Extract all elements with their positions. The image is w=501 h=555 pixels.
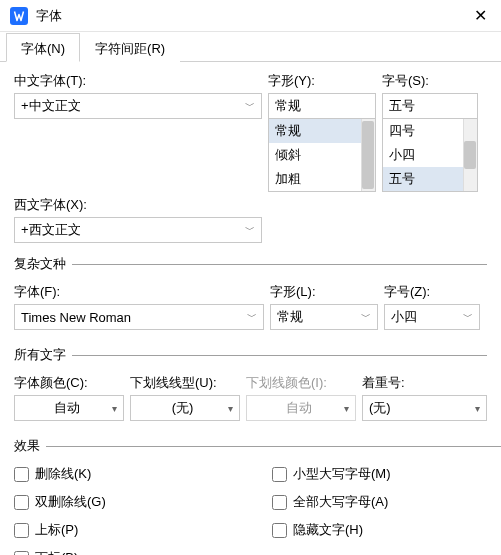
underline-label: 下划线线型(U): (130, 374, 240, 392)
west-font-value: +西文正文 (21, 221, 81, 239)
all-caps-checkbox[interactable]: 全部大写字母(A) (272, 493, 501, 511)
size-input[interactable] (382, 93, 478, 119)
chevron-down-icon: ﹀ (463, 310, 473, 324)
complex-size-dropdown[interactable]: 小四 ﹀ (384, 304, 480, 330)
titlebar: 字体 ✕ (0, 0, 501, 32)
style-label: 字形(Y): (268, 72, 376, 90)
chevron-down-icon: ﹀ (245, 223, 255, 237)
font-color-dropdown[interactable]: 自动 ▾ (14, 395, 124, 421)
underline-color-dropdown: 自动 ▾ (246, 395, 356, 421)
subscript-checkbox[interactable]: 下标(B) (14, 549, 272, 555)
strike-checkbox[interactable]: 删除线(K) (14, 465, 272, 483)
scrollbar[interactable] (361, 119, 375, 191)
checkbox-label: 隐藏文字(H) (293, 521, 363, 539)
effects-group: 效果 删除线(K) 双删除线(G) 上标(P) 下标(B) 小型大写字母(M) … (14, 437, 501, 555)
list-item[interactable]: 倾斜 (269, 143, 375, 167)
complex-style-label: 字形(L): (270, 283, 378, 301)
checkbox-input[interactable] (14, 467, 29, 482)
tab-font[interactable]: 字体(N) (6, 33, 80, 62)
all-text-legend: 所有文字 (14, 346, 72, 364)
complex-size-label: 字号(Z): (384, 283, 480, 301)
superscript-checkbox[interactable]: 上标(P) (14, 521, 272, 539)
emphasis-value: (无) (369, 399, 391, 417)
checkbox-input[interactable] (272, 467, 287, 482)
complex-style-dropdown[interactable]: 常规 ﹀ (270, 304, 378, 330)
window-title: 字体 (36, 7, 470, 25)
checkbox-input[interactable] (14, 523, 29, 538)
all-text-group: 所有文字 字体颜色(C): 自动 ▾ 下划线线型(U): (无) ▾ 下划线颜色… (14, 346, 487, 425)
double-strike-checkbox[interactable]: 双删除线(G) (14, 493, 272, 511)
font-color-value: 自动 (21, 399, 112, 417)
style-input[interactable] (268, 93, 376, 119)
tab-spacing[interactable]: 字符间距(R) (80, 33, 180, 62)
checkbox-input[interactable] (272, 523, 287, 538)
chevron-down-icon: ﹀ (361, 310, 371, 324)
complex-legend: 复杂文种 (14, 255, 72, 273)
scrollbar[interactable] (463, 119, 477, 191)
checkbox-label: 上标(P) (35, 521, 78, 539)
emphasis-label: 着重号: (362, 374, 487, 392)
complex-font-dropdown[interactable]: Times New Roman ﹀ (14, 304, 264, 330)
checkbox-label: 双删除线(G) (35, 493, 106, 511)
list-item[interactable]: 常规 (269, 119, 375, 143)
tab-bar: 字体(N) 字符间距(R) (0, 32, 501, 62)
chevron-down-icon: ﹀ (247, 310, 257, 324)
effects-legend: 效果 (14, 437, 46, 455)
dialog-content: 中文字体(T): ﹀ 字形(Y): 常规 倾斜 加粗 字号(S): 四号 小四 … (0, 62, 501, 555)
checkbox-label: 下标(B) (35, 549, 78, 555)
chevron-down-icon: ﹀ (245, 99, 255, 113)
complex-script-group: 复杂文种 字体(F): Times New Roman ﹀ 字形(L): 常规 … (14, 255, 487, 334)
small-caps-checkbox[interactable]: 小型大写字母(M) (272, 465, 501, 483)
underline-dropdown[interactable]: (无) ▾ (130, 395, 240, 421)
chevron-down-icon: ▾ (228, 403, 233, 414)
cn-font-input[interactable] (21, 95, 245, 117)
size-label: 字号(S): (382, 72, 478, 90)
checkbox-input[interactable] (14, 551, 29, 556)
underline-value: (无) (137, 399, 228, 417)
complex-style-value: 常规 (277, 308, 303, 326)
checkbox-label: 全部大写字母(A) (293, 493, 388, 511)
cn-font-dropdown[interactable]: ﹀ (14, 93, 262, 119)
chevron-down-icon: ▾ (475, 403, 480, 414)
hidden-checkbox[interactable]: 隐藏文字(H) (272, 521, 501, 539)
complex-font-label: 字体(F): (14, 283, 264, 301)
complex-size-value: 小四 (391, 308, 417, 326)
close-icon[interactable]: ✕ (470, 6, 491, 25)
app-logo-icon (10, 7, 28, 25)
emphasis-dropdown[interactable]: (无) ▾ (362, 395, 487, 421)
cn-font-label: 中文字体(T): (14, 72, 262, 90)
complex-font-value: Times New Roman (21, 310, 131, 325)
list-item[interactable]: 加粗 (269, 167, 375, 191)
checkbox-input[interactable] (272, 495, 287, 510)
checkbox-label: 删除线(K) (35, 465, 91, 483)
chevron-down-icon: ▾ (344, 403, 349, 414)
west-font-label: 西文字体(X): (14, 196, 262, 214)
checkbox-input[interactable] (14, 495, 29, 510)
underline-color-label: 下划线颜色(I): (246, 374, 356, 392)
checkbox-label: 小型大写字母(M) (293, 465, 391, 483)
size-listbox[interactable]: 四号 小四 五号 (382, 118, 478, 192)
chevron-down-icon: ▾ (112, 403, 117, 414)
style-listbox[interactable]: 常规 倾斜 加粗 (268, 118, 376, 192)
west-font-dropdown[interactable]: +西文正文 ﹀ (14, 217, 262, 243)
underline-color-value: 自动 (253, 399, 344, 417)
font-color-label: 字体颜色(C): (14, 374, 124, 392)
